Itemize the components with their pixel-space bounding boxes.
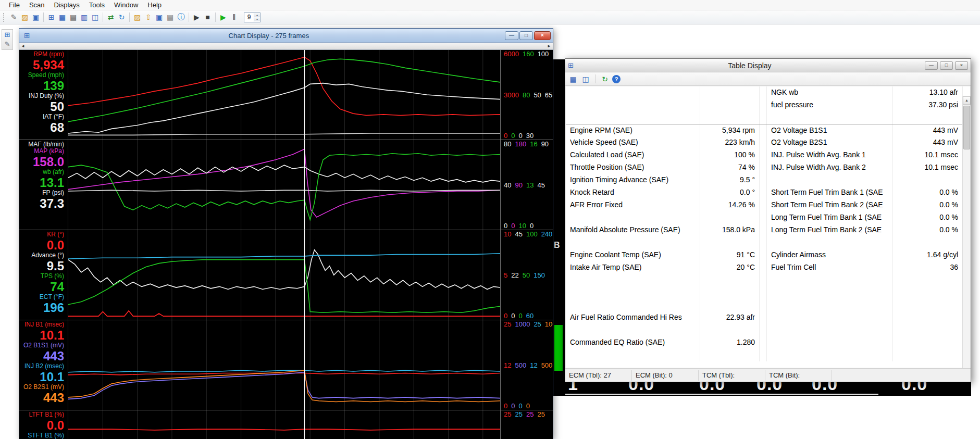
param-value-cell[interactable]: 14.26 % xyxy=(700,199,760,211)
table-display-icon[interactable]: ▥ xyxy=(79,12,90,23)
param-name-cell[interactable]: Fuel Trim Cell xyxy=(767,261,893,274)
param-name-cell[interactable]: Manifold Absolute Pressure (SAE) xyxy=(566,224,700,236)
param-name-cell[interactable] xyxy=(767,274,893,286)
chart-maximize-button[interactable]: □ xyxy=(519,31,533,40)
param-value-cell[interactable]: 0.0 % xyxy=(893,224,963,236)
param-value-cell[interactable]: 20 °C xyxy=(700,261,760,274)
param-value-cell[interactable]: 10.1 msec xyxy=(893,161,963,174)
menu-item-tools[interactable]: Tools xyxy=(84,1,109,9)
param-name-cell[interactable] xyxy=(566,274,700,286)
spinner-arrows[interactable]: ▲▼ xyxy=(254,13,260,22)
param-value-cell[interactable]: 13.10 afr xyxy=(893,86,963,99)
param-name-cell[interactable] xyxy=(566,236,700,249)
param-name-cell[interactable] xyxy=(566,211,700,224)
dual-view-icon[interactable]: ◫ xyxy=(580,74,591,84)
param-name-cell[interactable]: INJ. Pulse Width Avg. Bank 2 xyxy=(767,161,893,174)
param-name-cell[interactable] xyxy=(767,286,893,299)
param-name-cell[interactable]: INJ. Pulse Width Avg. Bank 1 xyxy=(767,149,893,161)
menu-item-help[interactable]: Help xyxy=(143,1,166,9)
save-session-icon[interactable]: ▣ xyxy=(154,12,165,23)
param-value-cell[interactable] xyxy=(700,111,760,124)
export-icon[interactable]: ⇧ xyxy=(143,12,154,23)
param-name-cell[interactable]: Short Term Fuel Trim Bank 2 (SAE xyxy=(767,199,893,211)
open-log-icon[interactable]: ▨ xyxy=(19,12,30,23)
chart-scroll-right-button[interactable]: ► xyxy=(547,44,551,48)
param-name-cell[interactable]: Short Term Fuel Trim Bank 1 (SAE xyxy=(767,186,893,199)
scroll-up-button[interactable]: ▲ xyxy=(963,96,971,105)
param-name-cell[interactable]: Knock Retard xyxy=(566,186,700,199)
param-name-cell[interactable]: Engine Coolant Temp (SAE) xyxy=(566,249,700,261)
param-value-cell[interactable]: 0.0 ° xyxy=(700,186,760,199)
param-name-cell[interactable]: Commanded EQ Ratio (SAE) xyxy=(566,336,700,349)
param-value-cell[interactable]: 158.0 kPa xyxy=(700,224,760,236)
param-value-cell[interactable]: 1.280 xyxy=(700,336,760,349)
menu-item-displays[interactable]: Displays xyxy=(49,1,84,9)
param-name-cell[interactable]: Calculated Load (SAE) xyxy=(566,149,700,161)
param-value-cell[interactable]: 5,934 rpm xyxy=(700,124,760,136)
param-value-cell[interactable] xyxy=(700,286,760,299)
grid-display-icon[interactable]: ⊞ xyxy=(46,12,57,23)
param-name-cell[interactable]: O2 Voltage B1S1 xyxy=(767,124,893,136)
param-name-cell[interactable]: Vehicle Speed (SAE) xyxy=(566,136,700,149)
toolbar-grip-handle[interactable] xyxy=(3,13,5,22)
plot-area[interactable] xyxy=(68,410,501,439)
connect-icon[interactable]: ⇄ xyxy=(105,12,116,23)
param-value-cell[interactable] xyxy=(893,311,963,324)
chart-scroll-left-button[interactable]: ◄ xyxy=(21,44,25,48)
param-name-cell[interactable] xyxy=(767,236,893,249)
param-value-cell[interactable]: 9.5 ° xyxy=(700,174,760,186)
param-value-cell[interactable] xyxy=(700,236,760,249)
param-name-cell[interactable] xyxy=(767,349,893,361)
param-name-cell[interactable]: Throttle Position (SAE) xyxy=(566,161,700,174)
chart-window-titlebar[interactable]: ⊞ Chart Display - 275 frames — □ × xyxy=(19,29,553,43)
pencil-icon[interactable]: ✎ xyxy=(8,12,19,23)
param-value-cell[interactable]: 0.0 % xyxy=(893,211,963,224)
table-close-button[interactable]: × xyxy=(955,61,968,70)
param-value-cell[interactable] xyxy=(893,236,963,249)
grid-view-icon[interactable]: ▦ xyxy=(568,74,578,84)
param-value-cell[interactable] xyxy=(700,99,760,111)
plot-area[interactable] xyxy=(68,320,501,410)
param-name-cell[interactable] xyxy=(566,299,700,311)
param-name-cell[interactable]: NGK wb xyxy=(767,86,893,99)
spinner-down-button[interactable]: ▼ xyxy=(254,17,260,21)
param-name-cell[interactable] xyxy=(566,286,700,299)
chart-close-button[interactable]: × xyxy=(534,31,551,40)
param-value-cell[interactable]: 74 % xyxy=(700,161,760,174)
param-name-cell[interactable] xyxy=(767,299,893,311)
dtc-display-icon[interactable]: ◫ xyxy=(90,12,101,23)
param-value-cell[interactable] xyxy=(893,274,963,286)
param-name-cell[interactable]: Air Fuel Ratio Commanded Hi Res xyxy=(566,311,700,324)
grid-icon[interactable]: ⊞ xyxy=(5,31,10,39)
param-value-cell[interactable] xyxy=(893,299,963,311)
table-maximize-button[interactable]: □ xyxy=(940,61,953,70)
play-live-icon[interactable]: ▶ xyxy=(218,12,229,23)
param-value-cell[interactable]: 443 mV xyxy=(893,124,963,136)
plot-area[interactable] xyxy=(68,230,501,320)
param-value-cell[interactable]: 91 °C xyxy=(700,249,760,261)
param-name-cell[interactable]: Ignition Timing Advance (SAE) xyxy=(566,174,700,186)
spinner-up-button[interactable]: ▲ xyxy=(254,13,260,17)
table-window-titlebar[interactable]: ⊞ Table Display — □ × xyxy=(565,59,971,72)
save-log-icon[interactable]: ▣ xyxy=(30,12,41,23)
param-value-cell[interactable] xyxy=(893,111,963,124)
param-value-cell[interactable]: 0.0 % xyxy=(893,199,963,211)
param-name-cell[interactable]: AFR Error Fixed xyxy=(566,199,700,211)
param-value-cell[interactable]: 223 km/h xyxy=(700,136,760,149)
param-value-cell[interactable] xyxy=(893,336,963,349)
param-value-cell[interactable] xyxy=(893,286,963,299)
param-value-cell[interactable]: 100 % xyxy=(700,149,760,161)
param-name-cell[interactable] xyxy=(767,311,893,324)
chart-display-icon[interactable]: ▦ xyxy=(57,12,68,23)
refresh-icon[interactable]: ↻ xyxy=(116,12,127,23)
param-name-cell[interactable]: O2 Voltage B2S1 xyxy=(767,136,893,149)
param-name-cell[interactable]: Cylinder Airmass xyxy=(767,249,893,261)
param-value-cell[interactable] xyxy=(700,211,760,224)
scrollbar-thumb[interactable] xyxy=(963,106,970,149)
param-name-cell[interactable] xyxy=(566,99,700,111)
param-value-cell[interactable] xyxy=(700,274,760,286)
menu-item-file[interactable]: File xyxy=(4,1,24,9)
param-name-cell[interactable] xyxy=(767,336,893,349)
pencil-icon[interactable]: ✎ xyxy=(5,41,10,48)
param-name-cell[interactable] xyxy=(767,324,893,336)
